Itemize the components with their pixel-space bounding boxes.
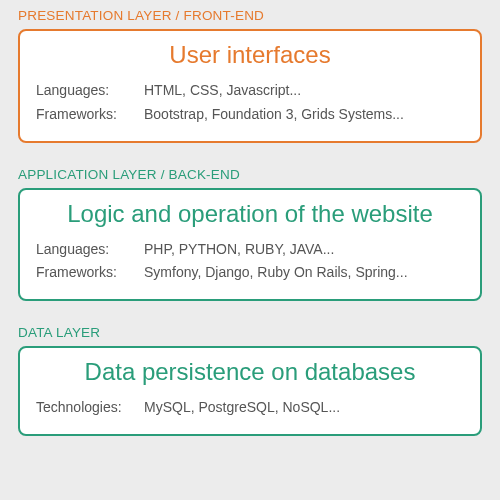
presentation-layer-label: PRESENTATION LAYER / FRONT-END [18,8,482,23]
application-languages-row: Languages: PHP, PYTHON, RUBY, JAVA... [36,238,464,262]
row-value: MySQL, PostgreSQL, NoSQL... [144,396,464,420]
row-label: Languages: [36,79,144,103]
application-frameworks-row: Frameworks: Symfony, Django, Ruby On Rai… [36,261,464,285]
row-value: Symfony, Django, Ruby On Rails, Spring..… [144,261,464,285]
application-layer-title: Logic and operation of the website [36,200,464,228]
presentation-languages-row: Languages: HTML, CSS, Javascript... [36,79,464,103]
row-value: PHP, PYTHON, RUBY, JAVA... [144,238,464,262]
presentation-frameworks-row: Frameworks: Bootstrap, Foundation 3, Gri… [36,103,464,127]
data-layer-label: DATA LAYER [18,325,482,340]
row-value: Bootstrap, Foundation 3, Grids Systems..… [144,103,464,127]
application-layer: APPLICATION LAYER / BACK-END Logic and o… [18,167,482,302]
presentation-layer: PRESENTATION LAYER / FRONT-END User inte… [18,8,482,143]
presentation-layer-box: User interfaces Languages: HTML, CSS, Ja… [18,29,482,143]
row-value: HTML, CSS, Javascript... [144,79,464,103]
presentation-layer-title: User interfaces [36,41,464,69]
data-layer-box: Data persistence on databases Technologi… [18,346,482,436]
data-layer: DATA LAYER Data persistence on databases… [18,325,482,436]
application-layer-box: Logic and operation of the website Langu… [18,188,482,302]
row-label: Languages: [36,238,144,262]
row-label: Technologies: [36,396,144,420]
application-layer-label: APPLICATION LAYER / BACK-END [18,167,482,182]
data-layer-title: Data persistence on databases [36,358,464,386]
data-technologies-row: Technologies: MySQL, PostgreSQL, NoSQL..… [36,396,464,420]
row-label: Frameworks: [36,261,144,285]
row-label: Frameworks: [36,103,144,127]
